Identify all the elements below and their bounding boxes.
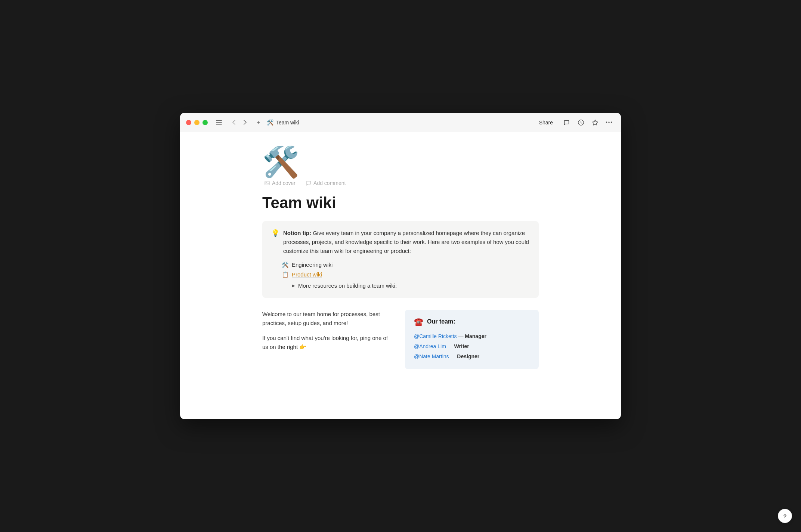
engineering-wiki-link[interactable]: Engineering wiki — [292, 262, 333, 268]
engineering-wiki-link-item: 🛠️ Engineering wiki — [282, 260, 530, 270]
page-title-label: Team wiki — [276, 120, 299, 126]
svg-rect-2 — [216, 124, 222, 125]
team-title-label: Our team: — [427, 318, 455, 325]
welcome-text-1: Welcome to our team home for processes, … — [262, 310, 390, 328]
forward-button[interactable] — [240, 117, 250, 128]
more-options-button[interactable]: ••• — [604, 117, 615, 128]
page-action-bar: Add cover Add comment — [262, 179, 539, 188]
more-resources-toggle[interactable]: ▶ More resources on building a team wiki… — [292, 281, 530, 290]
tip-bold-label: Notion tip: — [283, 230, 311, 236]
team-members-list: @Camille Ricketts — Manager @Andrea Lim … — [414, 331, 530, 362]
tip-header: 💡 Notion tip: Give every team in your co… — [271, 229, 530, 256]
comments-button[interactable] — [561, 117, 572, 128]
add-comment-button[interactable]: Add comment — [304, 179, 348, 188]
page-breadcrumb: 🛠️ Team wiki — [267, 119, 299, 126]
member-1-link[interactable]: @Camille Ricketts — [414, 333, 457, 339]
menu-icon-button[interactable] — [214, 117, 224, 128]
team-member-3: @Nate Martins — Designer — [414, 352, 530, 362]
page-content-area[interactable]: 🛠️ Add cover Add comment — [180, 132, 621, 419]
minimize-button[interactable] — [194, 120, 200, 125]
notion-tip-callout: 💡 Notion tip: Give every team in your co… — [262, 221, 539, 298]
titlebar-actions: Share ••• — [534, 117, 615, 128]
maximize-button[interactable] — [202, 120, 208, 125]
tip-links-list: 🛠️ Engineering wiki 📋 Product wiki ▶ Mor… — [282, 260, 530, 290]
back-button[interactable] — [229, 117, 239, 128]
member-1-separator: — — [458, 333, 465, 339]
member-3-separator: — — [450, 353, 457, 359]
titlebar: + 🛠️ Team wiki Share — [180, 113, 621, 132]
close-button[interactable] — [186, 120, 191, 125]
app-window: + 🛠️ Team wiki Share — [180, 113, 621, 419]
find-text: If you can't find what you're looking fo… — [262, 334, 390, 352]
member-2-separator: — — [448, 343, 454, 349]
product-wiki-link[interactable]: Product wiki — [292, 271, 322, 278]
two-column-section: Welcome to our team home for processes, … — [262, 310, 539, 369]
member-1-role: Manager — [465, 333, 486, 339]
member-3-role: Designer — [457, 353, 479, 359]
svg-rect-1 — [216, 122, 222, 123]
telephone-icon: ☎️ — [414, 317, 423, 326]
sidebar-toggle-button[interactable] — [214, 117, 224, 128]
favorite-button[interactable] — [590, 117, 601, 128]
team-box: ☎️ Our team: @Camille Ricketts — Manager… — [405, 310, 539, 369]
team-member-2: @Andrea Lim — Writer — [414, 341, 530, 352]
new-page-button[interactable]: + — [253, 117, 264, 128]
share-button[interactable]: Share — [534, 118, 558, 127]
navigation-controls — [229, 117, 250, 128]
product-wiki-link-item: 📋 Product wiki — [282, 270, 530, 279]
svg-rect-0 — [216, 120, 222, 121]
engineering-icon: 🛠️ — [282, 262, 289, 268]
traffic-lights — [186, 120, 208, 125]
add-cover-button[interactable]: Add cover — [262, 179, 298, 188]
member-2-link[interactable]: @Andrea Lim — [414, 343, 446, 349]
welcome-column: Welcome to our team home for processes, … — [262, 310, 396, 369]
member-2-role: Writer — [454, 343, 469, 349]
toggle-label: More resources on building a team wiki: — [298, 282, 397, 289]
history-button[interactable] — [575, 117, 587, 128]
help-button[interactable]: ? — [778, 509, 792, 523]
page-title: Team wiki — [262, 194, 539, 212]
tip-content: Notion tip: Give every team in your comp… — [283, 229, 530, 256]
member-3-link[interactable]: @Nate Martins — [414, 353, 449, 359]
page-icon-emoji: 🛠️ — [262, 145, 300, 179]
page-body: 🛠️ Add cover Add comment — [240, 132, 561, 392]
lightbulb-icon: 💡 — [271, 229, 279, 237]
product-icon: 📋 — [282, 271, 289, 278]
page-emoji-icon: 🛠️ — [267, 119, 274, 126]
team-member-1: @Camille Ricketts — Manager — [414, 331, 530, 341]
toggle-arrow-icon: ▶ — [292, 284, 295, 288]
tip-body-text: Give every team in your company a person… — [283, 230, 529, 254]
team-header: ☎️ Our team: — [414, 317, 530, 326]
